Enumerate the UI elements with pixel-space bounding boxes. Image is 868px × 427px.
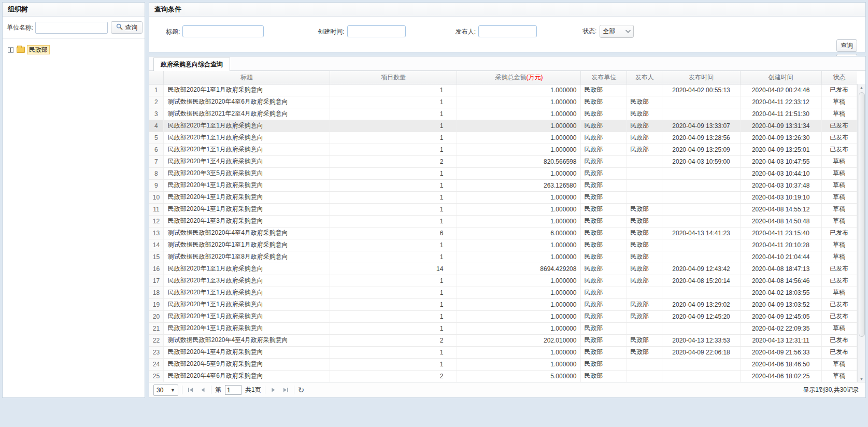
table-row[interactable]: 22 测试数据民政部2020年4至4月政府采购意向 2 202.010000 民… [149, 334, 857, 346]
cell-publisher: 民政部 [627, 108, 662, 120]
app-root: 组织树 单位名称: 查询 民政部 [0, 0, 868, 400]
cell-create-time: 2020-04-08 14:50:48 [740, 215, 821, 227]
table-row[interactable]: 13 测试数据民政部2020年4至4月政府采购意向 6 6.000000 民政部… [149, 227, 857, 239]
next-page-button[interactable] [269, 386, 278, 394]
status-select[interactable]: 全部 [600, 25, 634, 38]
col-project-count[interactable]: 项目数量 [330, 71, 457, 84]
refresh-icon[interactable]: ↻ [298, 386, 305, 395]
cell-publisher: 民政部 [627, 144, 662, 155]
cell-publisher: 民政部 [627, 251, 662, 263]
tab-strip: 政府采购意向综合查询 [149, 56, 865, 71]
cell-publish-unit: 民政部 [581, 346, 627, 358]
cell-status: 已发布 [821, 120, 857, 132]
cell-publish-unit: 民政部 [581, 84, 627, 96]
cell-publish-time: 2020-04-08 15:20:14 [662, 275, 740, 287]
tree-expand-icon[interactable] [8, 47, 13, 53]
cell-publisher [627, 179, 662, 191]
create-time-input[interactable] [347, 25, 406, 37]
cell-amount: 1.000000 [457, 239, 581, 251]
cell-amount: 1.000000 [457, 358, 581, 370]
publisher-input[interactable] [478, 25, 537, 37]
page-number-input[interactable] [225, 385, 241, 395]
org-search-button[interactable]: 查询 [111, 21, 143, 34]
table-row[interactable]: 6 民政部2020年1至1月政府采购意向 1 1.000000 民政部 民政部 … [149, 144, 857, 155]
col-title[interactable]: 标题 [163, 71, 330, 84]
cell-create-time: 2020-04-08 14:55:12 [740, 203, 821, 215]
page-size-value: 30 [156, 387, 170, 394]
col-publish-time[interactable]: 发布时间 [662, 71, 740, 84]
cell-title: 民政部2020年1至1月政府采购意向 [163, 120, 330, 132]
cell-publish-unit: 民政部 [581, 96, 627, 108]
record-count-summary: 显示1到30,共30记录 [803, 386, 861, 394]
table-row[interactable]: 21 民政部2020年1至1月政府采购意向 1 1.000000 民政部 202… [149, 322, 857, 334]
cell-title: 民政部2020年1至1月政府采购意向 [163, 263, 330, 275]
table-row[interactable]: 18 民政部2020年1至1月政府采购意向 1 1.000000 民政部 202… [149, 287, 857, 298]
cell-publish-unit: 民政部 [581, 298, 627, 310]
cell-status: 草稿 [821, 179, 857, 191]
org-tree-search-bar: 单位名称: 查询 [3, 17, 145, 39]
table-row[interactable]: 12 民政部2020年1至3月政府采购意向 1 1.000000 民政部 民政部… [149, 215, 857, 227]
cell-status: 草稿 [821, 287, 857, 298]
vertical-scrollbar[interactable]: ▲ ▼ [857, 84, 865, 383]
query-button[interactable]: 查询 [836, 39, 857, 52]
cell-publisher [627, 358, 662, 370]
cell-title: 民政部2020年1至1月政府采购意向 [163, 287, 330, 298]
col-publish-unit[interactable]: 发布单位 [581, 71, 627, 84]
table-row[interactable]: 16 民政部2020年1至1月政府采购意向 14 8694.429208 民政部… [149, 263, 857, 275]
first-page-button[interactable] [186, 386, 195, 394]
last-page-button[interactable] [281, 386, 290, 394]
table-row[interactable]: 4 民政部2020年1至1月政府采购意向 1 1.000000 民政部 民政部 … [149, 120, 857, 132]
cell-publish-unit: 民政部 [581, 358, 627, 370]
table-row[interactable]: 7 民政部2020年1至4月政府采购意向 2 820.566598 民政部 20… [149, 155, 857, 167]
table-row[interactable]: 1 民政部2020年1至1月政府采购意向 1 1.000000 民政部 2020… [149, 84, 857, 96]
cell-amount: 1.000000 [457, 298, 581, 310]
row-number: 15 [149, 251, 163, 263]
table-row[interactable]: 24 民政部2020年5至9月政府采购意向 1 1.000000 民政部 202… [149, 358, 857, 370]
cell-project-count: 1 [330, 191, 457, 203]
tab-procurement-query[interactable]: 政府采购意向综合查询 [153, 58, 230, 72]
table-row[interactable]: 17 民政部2020年1至3月政府采购意向 1 1.000000 民政部 民政部… [149, 275, 857, 287]
cell-project-count: 1 [330, 287, 457, 298]
table-row[interactable]: 8 民政部2020年3至5月政府采购意向 1 1.000000 民政部 2020… [149, 167, 857, 179]
unit-name-input[interactable] [35, 22, 108, 34]
row-number: 16 [149, 263, 163, 275]
table-row[interactable]: 11 民政部2020年1至1月政府采购意向 1 1.000000 民政部 民政部… [149, 203, 857, 215]
cell-create-time: 2020-04-06 18:46:50 [740, 358, 821, 370]
cell-status: 已发布 [821, 310, 857, 322]
table-row[interactable]: 5 民政部2020年1至1月政府采购意向 1 1.000000 民政部 民政部 … [149, 132, 857, 144]
tree-node-minzhengbu[interactable]: 民政部 [8, 45, 139, 54]
cell-publish-unit: 民政部 [581, 215, 627, 227]
table-row[interactable]: 25 民政部2020年4至6月政府采购意向 2 5.000000 民政部 202… [149, 370, 857, 382]
cell-title: 民政部2020年4至6月政府采购意向 [163, 370, 330, 382]
table-row[interactable]: 3 测试数据民政部2021年2至4月政府采购意向 1 1.000000 民政部 … [149, 108, 857, 120]
cell-title: 测试数据民政部2020年4至4月政府采购意向 [163, 227, 330, 239]
table-row[interactable]: 9 民政部2020年1至1月政府采购意向 1 263.126580 民政部 20… [149, 179, 857, 191]
row-number: 11 [149, 203, 163, 215]
cell-project-count: 2 [330, 334, 457, 346]
col-amount[interactable]: 采购总金额(万元) [457, 71, 581, 84]
cell-project-count: 1 [330, 179, 457, 191]
title-input[interactable] [182, 25, 264, 37]
scrollbar-thumb[interactable] [859, 92, 865, 337]
cell-amount: 820.566598 [457, 155, 581, 167]
table-row[interactable]: 20 民政部2020年1至1月政府采购意向 1 1.000000 民政部 民政部… [149, 310, 857, 322]
cell-publish-time: 2020-04-09 12:43:42 [662, 263, 740, 275]
col-status[interactable]: 状态 [821, 71, 857, 84]
cell-status: 已发布 [821, 132, 857, 144]
page-size-select[interactable]: 30 ▼ [153, 385, 178, 396]
col-create-time[interactable]: 创建时间 [740, 71, 821, 84]
cell-create-time: 2020-04-03 10:44:10 [740, 167, 821, 179]
cell-amount: 1.000000 [457, 322, 581, 334]
table-row[interactable]: 19 民政部2020年1至1月政府采购意向 1 1.000000 民政部 民政部… [149, 298, 857, 310]
cell-publish-time: 2020-04-03 10:59:00 [662, 155, 740, 167]
table-row[interactable]: 14 测试数据民政部2020年1至1月政府采购意向 1 1.000000 民政部… [149, 239, 857, 251]
cell-create-time: 2020-04-11 20:10:28 [740, 239, 821, 251]
scroll-up-icon[interactable]: ▲ [860, 84, 864, 92]
table-row[interactable]: 15 测试数据民政部2020年1至8月政府采购意向 1 1.000000 民政部… [149, 251, 857, 263]
prev-page-button[interactable] [198, 386, 207, 394]
table-row[interactable]: 23 民政部2020年1至4月政府采购意向 1 1.000000 民政部 民政部… [149, 346, 857, 358]
table-row[interactable]: 10 民政部2020年1至1月政府采购意向 1 1.000000 民政部 202… [149, 191, 857, 203]
cell-publisher: 民政部 [627, 132, 662, 144]
col-publisher[interactable]: 发布人 [627, 71, 662, 84]
table-row[interactable]: 2 测试数据民政部2020年4至6月政府采购意向 1 1.000000 民政部 … [149, 96, 857, 108]
